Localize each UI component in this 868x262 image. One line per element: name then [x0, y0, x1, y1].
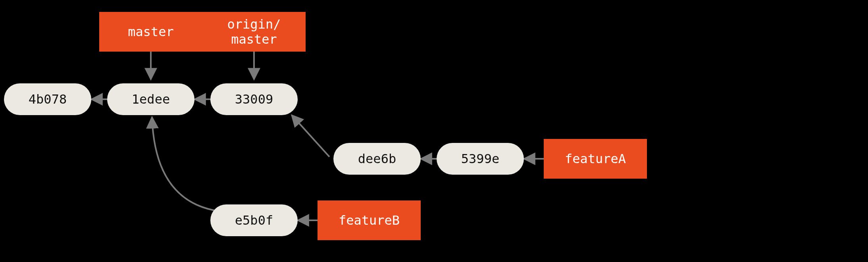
commit-4b078-hash: 4b078 — [29, 92, 67, 107]
branch-master: master — [99, 12, 202, 52]
commit-dee6b-hash: dee6b — [358, 151, 396, 166]
branch-featureB-label: featureB — [339, 213, 400, 228]
edge-e5b0f-to-1edee — [152, 117, 214, 210]
commit-5399e-hash: 5399e — [461, 151, 499, 166]
branch-origin-master-label: origin/ master — [227, 17, 281, 47]
git-graph: { "commits": { "c1": "4b078", "c2": "1ed… — [0, 0, 868, 262]
commit-dee6b: dee6b — [333, 143, 421, 175]
commit-1edee-hash: 1edee — [132, 92, 170, 107]
branch-featureA-label: featureA — [565, 151, 626, 166]
edge-dee6b-to-33009 — [292, 115, 329, 157]
commit-e5b0f-hash: e5b0f — [235, 213, 273, 228]
branch-featureB: featureB — [318, 200, 421, 240]
branch-featureA: featureA — [544, 139, 647, 179]
commit-5399e: 5399e — [437, 143, 524, 175]
commit-1edee: 1edee — [107, 83, 194, 115]
commit-33009-hash: 33009 — [235, 92, 273, 107]
commit-4b078: 4b078 — [4, 83, 91, 115]
commit-33009: 33009 — [210, 83, 298, 115]
commit-e5b0f: e5b0f — [210, 204, 298, 236]
branch-master-label: master — [128, 24, 174, 39]
branch-origin-master: origin/ master — [202, 12, 306, 52]
